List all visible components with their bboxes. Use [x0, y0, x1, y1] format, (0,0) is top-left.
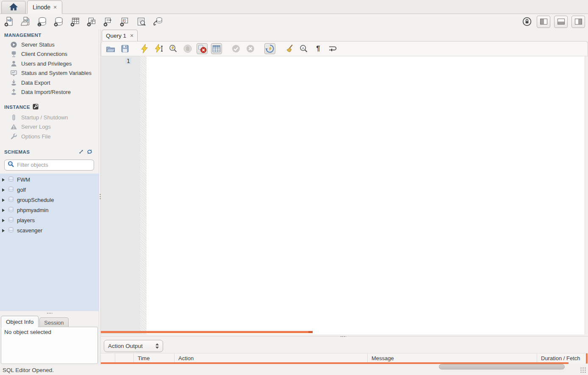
sidebar-item-data-import[interactable]: Data Import/Restore — [0, 88, 99, 97]
limit-rows-button[interactable] — [211, 43, 222, 54]
reconnect-database-button[interactable] — [152, 16, 164, 28]
toggle-stop-on-error-button[interactable] — [197, 43, 208, 54]
sidebar-item-options-file[interactable]: Options File — [0, 132, 99, 141]
grip-dots-icon — [340, 336, 346, 337]
client-connections-icon — [10, 50, 17, 58]
connection-tab-linode[interactable]: Linode × — [27, 0, 62, 14]
close-icon[interactable]: × — [53, 4, 57, 10]
startup-shutdown-icon — [10, 114, 17, 121]
horizontal-splitter[interactable] — [101, 334, 588, 339]
output-table-header: Time Action Message Duration / Fetch — [101, 353, 588, 363]
schema-row-players[interactable]: players — [0, 215, 99, 226]
create-procedure-button[interactable] — [102, 16, 114, 28]
sql-editor[interactable]: 1 — [101, 56, 588, 334]
schema-row-fwm[interactable]: FWM — [0, 175, 99, 185]
toggle-left-sidebar-button[interactable] — [537, 16, 550, 28]
toggle-right-sidebar-button[interactable] — [571, 16, 585, 28]
schema-row-golf[interactable]: golf — [0, 185, 99, 195]
create-view-button[interactable] — [86, 16, 97, 28]
find-button[interactable]: A — [298, 43, 309, 54]
toolbar-right-group — [521, 16, 585, 28]
query-tab-label: Query 1 — [106, 33, 126, 39]
tab-session[interactable]: Session — [39, 317, 68, 327]
expander-icon[interactable] — [2, 229, 5, 232]
toggle-word-wrap-button[interactable] — [327, 43, 338, 54]
commit-button[interactable] — [230, 43, 241, 54]
sidebar-item-startup-shutdown[interactable]: Startup / Shutdown — [0, 113, 99, 122]
right-panel-icon — [575, 19, 582, 25]
sidebar-item-label: Data Import/Restore — [21, 89, 71, 95]
schema-row-scavenger[interactable]: scavenger — [0, 226, 99, 236]
create-schema-button[interactable] — [53, 16, 64, 28]
beautify-script-button[interactable] — [284, 43, 295, 54]
database-icon — [8, 217, 14, 224]
spinner-arrows-icon — [155, 343, 159, 349]
save-script-button[interactable] — [119, 43, 130, 54]
new-sql-script-button[interactable]: SQL — [3, 16, 15, 28]
expander-icon[interactable] — [2, 219, 5, 222]
open-sql-script-button[interactable]: SQL — [19, 16, 31, 28]
data-import-icon — [10, 88, 17, 96]
expander-icon[interactable] — [2, 209, 5, 212]
sidebar-item-server-logs[interactable]: Server Logs — [0, 122, 99, 132]
execute-current-statement-button[interactable] — [153, 43, 164, 54]
svg-text:SQL: SQL — [24, 19, 29, 21]
sidebar-item-users-privileges[interactable]: Users and Privileges — [0, 59, 99, 69]
sidebar-splitter[interactable] — [0, 311, 99, 315]
explain-plan-button[interactable] — [168, 43, 179, 54]
stop-query-button[interactable] — [182, 43, 193, 54]
open-script-button[interactable] — [105, 43, 116, 54]
schema-row-groupschedule[interactable]: groupSchedule — [0, 195, 99, 205]
system-variables-icon — [10, 69, 17, 77]
search-icon — [8, 161, 14, 169]
database-icon — [8, 227, 14, 234]
query-tabstrip: Query 1 × — [101, 29, 588, 41]
expander-icon[interactable] — [2, 199, 5, 202]
editor-horizontal-scrollbar[interactable] — [101, 331, 313, 333]
editor-vertical-scrollbar[interactable] — [585, 56, 588, 334]
close-icon[interactable]: × — [130, 33, 133, 39]
column-header-blank-2[interactable] — [115, 353, 134, 363]
tab-query-1[interactable]: Query 1 × — [102, 30, 138, 41]
column-header-duration-fetch[interactable]: Duration / Fetch — [537, 353, 588, 363]
create-table-button[interactable] — [69, 16, 81, 28]
column-header-message[interactable]: Message — [368, 353, 537, 363]
column-header-time[interactable]: Time — [134, 353, 175, 363]
overlay-scrollbar-thumb[interactable] — [439, 364, 565, 369]
sidebar-item-label: Data Export — [21, 80, 50, 86]
sidebar-item-system-variables[interactable]: Status and System Variables — [0, 69, 99, 78]
tab-object-info[interactable]: Object Info — [1, 316, 39, 327]
bottom-panel-icon — [557, 19, 565, 25]
toggle-invisible-characters-button[interactable]: ¶ — [313, 43, 324, 54]
sidebar-item-client-connections[interactable]: Client Connections — [0, 50, 99, 59]
column-header-blank-1[interactable] — [101, 353, 115, 363]
expander-icon[interactable] — [2, 178, 5, 182]
refresh-schemas-icon[interactable] — [86, 149, 93, 155]
connection-tab-label: Linode — [33, 4, 50, 11]
create-function-button[interactable]: f() — [119, 16, 130, 28]
output-vertical-scrollbar[interactable] — [586, 353, 588, 364]
schema-row-phpmyadmin[interactable]: phpmyadmin — [0, 205, 99, 215]
column-header-action[interactable]: Action — [175, 353, 368, 363]
schema-name: players — [17, 217, 35, 223]
toggle-output-area-button[interactable] — [554, 16, 568, 28]
code-area[interactable] — [147, 56, 585, 334]
output-selector[interactable]: Action Output — [104, 340, 163, 352]
expander-icon[interactable] — [2, 188, 5, 192]
sidebar-item-data-export[interactable]: Data Export — [0, 78, 99, 88]
pilcrow-icon: ¶ — [316, 45, 320, 52]
schema-inspector-button[interactable]: i — [36, 16, 48, 28]
database-icon — [8, 176, 14, 184]
toggle-autocommit-button[interactable] — [264, 43, 275, 54]
schema-filter-input[interactable] — [17, 162, 92, 168]
window-resize-grip[interactable] — [580, 367, 587, 374]
expand-schemas-icon[interactable] — [78, 149, 84, 155]
search-table-data-button[interactable] — [135, 16, 147, 28]
schema-name: golf — [17, 187, 26, 193]
sidebar-item-server-status[interactable]: Server Status — [0, 40, 99, 50]
rollback-button[interactable] — [245, 43, 256, 54]
left-panel-icon — [540, 19, 547, 25]
server-status-icon — [10, 41, 17, 48]
execute-button[interactable] — [139, 43, 150, 54]
home-tab[interactable] — [1, 1, 26, 14]
